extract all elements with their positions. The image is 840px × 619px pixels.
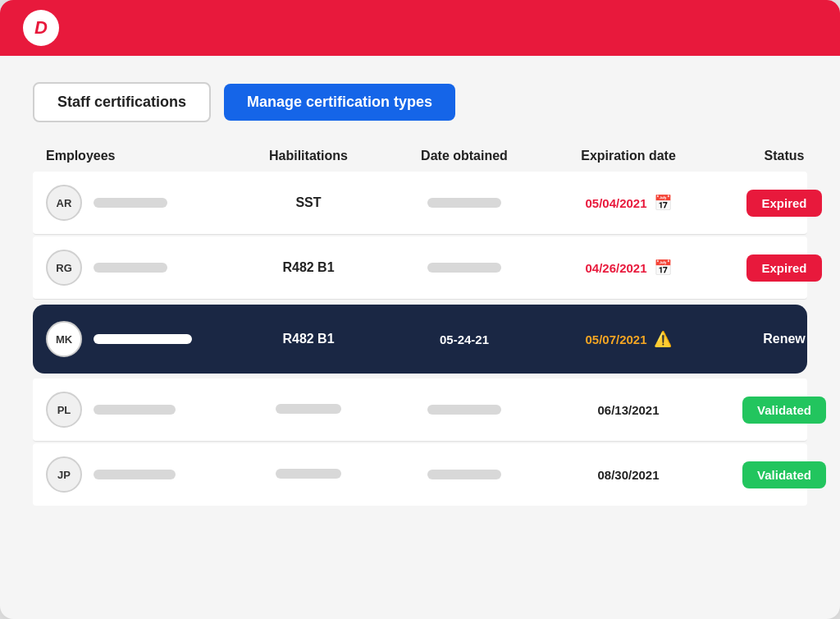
status-cell-ar: Expired xyxy=(719,190,840,217)
status-renew-mk: Renew xyxy=(763,332,806,346)
status-badge-validated-jp: Validated xyxy=(742,461,826,488)
avatar-mk: MK xyxy=(46,321,82,357)
table-row-highlighted: MK R482 B1 05-24-21 05/07/2021 ⚠️ Renew xyxy=(33,305,807,374)
app-window: D Staff certifications Manage certificat… xyxy=(0,0,840,619)
name-placeholder-ar xyxy=(94,198,167,208)
expiration-date-ar: 05/04/2021 📅 xyxy=(538,194,719,212)
habilitation-sst: SST xyxy=(226,195,390,210)
date-obtained-jp xyxy=(390,468,538,482)
date-obtained-mk: 05-24-21 xyxy=(390,332,538,346)
table-row: JP 08/30/2021 Validated xyxy=(33,443,807,506)
habilitation-jp xyxy=(226,467,390,482)
name-placeholder-mk xyxy=(94,334,192,344)
date-placeholder-jp xyxy=(427,470,501,479)
avatar-pl: PL xyxy=(46,392,82,428)
main-content: Staff certifications Manage certificatio… xyxy=(0,56,840,619)
status-badge-expired-rg: Expired xyxy=(746,254,821,282)
col-header-date-obtained: Date obtained xyxy=(390,149,538,163)
top-bar: D xyxy=(0,0,840,56)
avatar-ar: AR xyxy=(46,185,82,221)
logo: D xyxy=(23,10,59,46)
expiration-date-pl: 06/13/2021 xyxy=(538,403,719,417)
col-header-status: Status xyxy=(719,149,840,163)
tab-row: Staff certifications Manage certificatio… xyxy=(33,82,807,122)
col-header-employees: Employees xyxy=(46,149,226,163)
employee-cell-jp: JP xyxy=(46,456,226,493)
status-cell-pl: Validated xyxy=(719,397,840,424)
employee-cell-ar: AR xyxy=(46,185,226,221)
habilitation-pl xyxy=(226,402,390,417)
certifications-table: Employees Habilitations Date obtained Ex… xyxy=(33,149,807,506)
table-header: Employees Habilitations Date obtained Ex… xyxy=(33,149,807,172)
employee-cell-mk: MK xyxy=(46,321,226,357)
expiration-date-mk: 05/07/2021 ⚠️ xyxy=(538,330,719,348)
status-cell-jp: Validated xyxy=(719,461,840,488)
expiration-date-jp: 08/30/2021 xyxy=(538,468,719,482)
col-header-expiration-date: Expiration date xyxy=(538,149,719,163)
staff-certifications-tab[interactable]: Staff certifications xyxy=(33,82,211,122)
warning-icon-mk: ⚠️ xyxy=(654,330,672,348)
date-placeholder-ar xyxy=(427,198,501,208)
avatar-rg: RG xyxy=(46,250,82,286)
table-row: RG R482 B1 04/26/2021 📅 Expired xyxy=(33,236,807,300)
date-obtained-rg xyxy=(390,261,538,275)
name-placeholder-jp xyxy=(94,470,176,479)
status-badge-validated-pl: Validated xyxy=(742,397,826,424)
status-cell-mk: Renew xyxy=(719,332,840,346)
status-cell-rg: Expired xyxy=(719,254,840,282)
date-obtained-ar xyxy=(390,196,538,210)
habilitation-r482b1-mk: R482 B1 xyxy=(226,332,390,346)
status-badge-expired-ar: Expired xyxy=(746,190,821,217)
expiration-date-rg: 04/26/2021 📅 xyxy=(538,259,719,277)
employee-cell-rg: RG xyxy=(46,250,226,286)
date-placeholder-rg xyxy=(427,263,501,273)
table-row: AR SST 05/04/2021 📅 Expired xyxy=(33,172,807,235)
habil-placeholder-jp xyxy=(276,469,341,479)
date-obtained-pl xyxy=(390,403,538,417)
col-header-habilitations: Habilitations xyxy=(226,149,390,163)
avatar-jp: JP xyxy=(46,456,82,493)
manage-certification-types-tab[interactable]: Manage certification types xyxy=(224,84,455,121)
name-placeholder-pl xyxy=(94,405,176,415)
calendar-icon-rg: 📅 xyxy=(654,259,672,277)
name-placeholder-rg xyxy=(94,263,167,273)
table-row: PL 06/13/2021 Validated xyxy=(33,378,807,442)
habilitation-r482b1-rg: R482 B1 xyxy=(226,260,390,275)
habil-placeholder-pl xyxy=(276,404,341,414)
calendar-icon-ar: 📅 xyxy=(654,194,672,212)
employee-cell-pl: PL xyxy=(46,392,226,428)
date-placeholder-pl xyxy=(427,405,501,415)
